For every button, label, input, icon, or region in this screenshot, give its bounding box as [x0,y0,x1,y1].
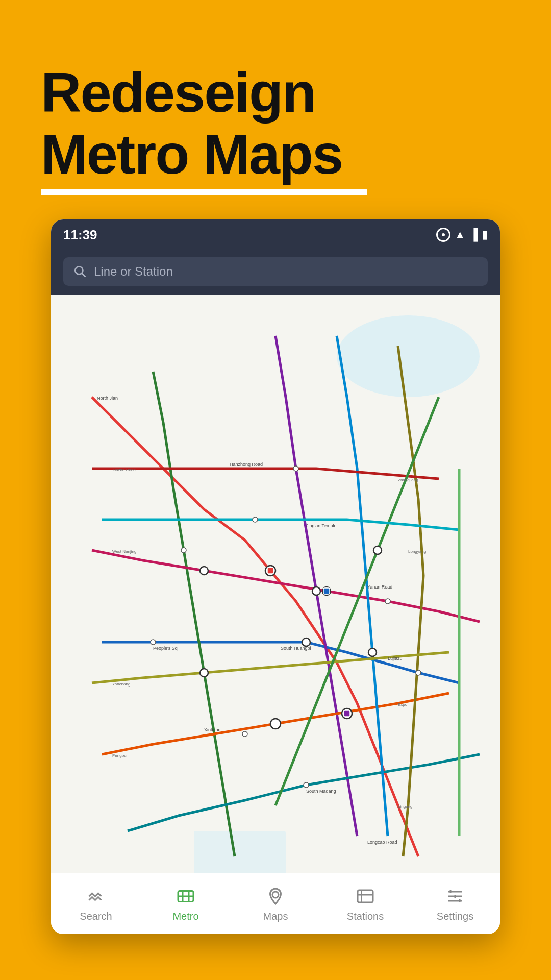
svg-point-19 [253,517,258,522]
svg-point-15 [270,719,281,729]
svg-text:Yanan Road: Yanan Road [367,584,392,590]
svg-point-51 [272,892,279,898]
nav-item-search[interactable]: Search [51,885,141,922]
svg-point-8 [200,567,208,575]
svg-text:Hanzhong Road: Hanzhong Road [230,462,263,467]
search-input-container[interactable]: Line or Station [63,257,488,286]
svg-point-17 [312,587,320,595]
svg-text:Yanchang: Yanchang [112,682,130,687]
svg-point-25 [304,782,309,788]
nav-label-metro: Metro [172,911,198,922]
svg-point-13 [373,546,382,554]
map-area[interactable]: 北上 [51,295,500,897]
nav-label-search: Search [80,911,112,922]
svg-text:West Nanjing: West Nanjing [112,549,136,554]
svg-point-20 [181,548,186,553]
metro-nav-icon [174,885,197,908]
svg-text:South Huangpi: South Huangpi [281,646,311,651]
svg-point-21 [293,466,298,471]
svg-text:North Jian: North Jian [97,396,118,401]
svg-text:Longcao Road: Longcao Road [367,840,397,845]
nav-item-maps[interactable]: Maps [231,885,320,922]
notification-icon [436,228,450,242]
svg-point-16 [368,648,377,656]
signal-icon: ▐ [469,228,478,241]
nav-label-maps: Maps [263,911,288,922]
search-placeholder: Line or Station [94,264,173,279]
search-icon [73,265,87,278]
svg-rect-28 [344,710,350,717]
phone-mockup: 11:39 ▲ ▐ ▮ Line or Station [51,219,500,934]
svg-text:Xintiandi: Xintiandi [204,727,222,732]
svg-text:Jing'an Temple: Jing'an Temple [306,523,337,528]
maps-nav-icon [264,885,287,908]
svg-point-22 [416,670,421,675]
svg-point-18 [151,640,156,645]
hero-title: Redeseign Metro Maps [41,61,510,185]
svg-rect-27 [323,588,330,594]
svg-rect-52 [358,890,373,902]
nav-item-stations[interactable]: Stations [320,885,410,922]
search-nav-icon [85,885,107,908]
svg-rect-26 [267,568,273,574]
svg-text:South Madang: South Madang [306,789,336,794]
status-bar: 11:39 ▲ ▐ ▮ [51,219,500,250]
hero-section: Redeseign Metro Maps [0,0,551,226]
svg-point-0 [442,233,445,236]
metro-map-svg: 北上 [51,295,500,897]
svg-text:Xinzha Road: Xinzha Road [112,468,136,472]
search-bar[interactable]: Line or Station [51,250,500,295]
settings-nav-icon [444,885,466,908]
wifi-icon: ▲ [455,228,466,241]
svg-point-23 [385,599,390,604]
nav-item-metro[interactable]: Metro [141,885,231,922]
map-background: 北上 [51,295,500,897]
battery-icon: ▮ [482,228,488,241]
svg-text:Lujiazui: Lujiazui [388,656,404,661]
status-time: 11:39 [63,227,97,243]
svg-text:Longyang: Longyang [408,549,426,554]
nav-label-stations: Stations [347,911,384,922]
stations-nav-icon [354,885,377,908]
svg-text:Pengpu: Pengpu [112,753,127,758]
svg-text:Zhangjiang: Zhangjiang [398,478,418,482]
svg-point-6 [337,315,480,397]
svg-point-14 [200,669,208,677]
svg-point-10 [302,638,310,646]
nav-label-settings: Settings [437,911,473,922]
hero-underline [41,189,367,195]
svg-line-2 [82,274,85,277]
status-icons: ▲ ▐ ▮ [436,228,488,242]
nav-item-settings[interactable]: Settings [410,885,500,922]
svg-point-24 [242,731,247,737]
svg-text:Lingang: Lingang [398,804,412,809]
svg-text:People's Sq: People's Sq [153,646,178,651]
bottom-nav: Search Metro Maps [51,873,500,934]
svg-text:Expo: Expo [398,702,408,707]
